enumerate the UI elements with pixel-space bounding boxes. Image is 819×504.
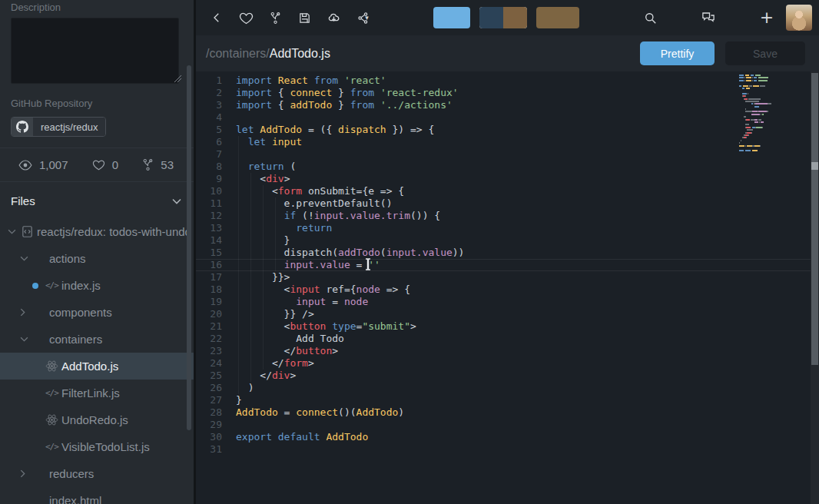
views-stat: 1,007 (18, 158, 68, 171)
code-icon: </> (45, 442, 61, 452)
line-number: 4 (196, 111, 230, 124)
forks-count: 53 (161, 158, 174, 171)
code-line[interactable]: 11 e.preventDefault() (196, 197, 819, 210)
code-line[interactable]: 10 <form onSubmit={e => { (196, 185, 819, 197)
tree-item-containers[interactable]: containers (0, 326, 194, 353)
search-icon[interactable] (635, 6, 665, 29)
line-number: 7 (196, 148, 230, 161)
code-line[interactable]: 24 </form> (196, 357, 819, 370)
tree-item-reducers[interactable]: reducers (0, 460, 194, 487)
code-line[interactable]: 4 (196, 111, 819, 124)
main-area: ▾ + /containers/AddTodo.js Prettify Save… (196, 0, 819, 504)
code-line[interactable]: 17 }}> (196, 271, 819, 284)
line-number: 8 (196, 161, 230, 173)
code-line[interactable]: 31 (196, 443, 819, 456)
code-line[interactable]: 20 }} /> (196, 308, 819, 320)
indent-guide (250, 173, 251, 382)
split-view-button[interactable] (479, 7, 527, 28)
chevron-right-icon[interactable] (20, 308, 33, 317)
breadcrumb-path[interactable]: /containers/ (206, 47, 270, 60)
tree-item-index-html[interactable]: index.html (0, 487, 194, 504)
code-line[interactable]: 14 } (196, 234, 819, 247)
tree-item-components[interactable]: components (0, 299, 194, 326)
code-line[interactable]: 6 let input (196, 136, 819, 148)
code-line[interactable]: 27} (196, 394, 819, 406)
repo-badge[interactable]: reactjs/redux (11, 117, 106, 137)
code-line[interactable]: 15 dispatch(addTodo(input.value)) (196, 247, 819, 259)
tree-item-visibletodolist-js[interactable]: </>VisibleTodoList.js (0, 433, 194, 460)
chevron-down-icon[interactable] (20, 337, 33, 342)
twitter-icon[interactable] (665, 6, 694, 29)
tree-item-index-js[interactable]: </>index.js (0, 272, 194, 299)
line-number: 16 (196, 259, 230, 271)
back-icon[interactable] (202, 6, 231, 29)
fork-icon[interactable] (260, 6, 290, 29)
code-line[interactable]: 13 return (196, 222, 819, 234)
sandbox-icon (21, 225, 37, 238)
editor-scrollbar-thumb[interactable] (811, 73, 818, 365)
avatar[interactable] (786, 5, 812, 31)
line-number: 14 (196, 234, 230, 247)
share-icon[interactable]: ▾ (348, 6, 377, 29)
folder-icon (33, 469, 49, 479)
code-line[interactable]: 1import React from 'react' (196, 75, 819, 87)
line-number: 21 (196, 320, 230, 333)
code-editor[interactable]: 1import React from 'react'2import { conn… (196, 71, 819, 504)
code-line[interactable]: 22 Add Todo (196, 333, 819, 345)
minimap[interactable] (739, 75, 778, 155)
tree-item-actions[interactable]: actions (0, 245, 194, 272)
tree-item-addtodo-js[interactable]: AddTodo.js (0, 353, 194, 380)
chevron-down-icon[interactable] (20, 256, 33, 261)
new-icon[interactable]: + (752, 6, 781, 29)
folder-icon (33, 307, 49, 318)
editor-scrollbar[interactable] (811, 71, 819, 504)
code-line[interactable]: 12 if (!input.value.trim()) { (196, 210, 819, 222)
line-number: 2 (196, 87, 230, 99)
code-line[interactable]: 7 (196, 148, 819, 161)
code-line[interactable]: 18 <input ref={node => { (196, 284, 819, 296)
download-icon[interactable] (319, 6, 348, 29)
code-line[interactable]: 23 </button> (196, 345, 819, 357)
code-line[interactable]: 8 return ( (196, 161, 819, 173)
github-icon[interactable] (723, 6, 752, 29)
code-line[interactable]: 2import { connect } from 'react-redux' (196, 87, 819, 99)
sidebar-scrollbar[interactable] (187, 65, 191, 430)
code-line[interactable]: 29 (196, 419, 819, 431)
tree-item-filterlink-js[interactable]: </>FilterLink.js (0, 380, 194, 406)
chevron-right-icon[interactable] (20, 469, 33, 478)
code-line[interactable]: 3import { addTodo } from '../actions' (196, 99, 819, 111)
tree-item-reactjs-redux-todos-with-undo[interactable]: reactjs/redux: todos-with-undo (0, 218, 194, 245)
save-button[interactable]: Save (725, 41, 805, 65)
prettify-button[interactable]: Prettify (640, 41, 715, 65)
topbar-right-actions: + (635, 6, 781, 29)
code-line[interactable]: 21 <button type="submit"> (196, 320, 819, 333)
code-line[interactable]: 19 input = node (196, 296, 819, 308)
code-text: <button type="submit"> (230, 320, 416, 333)
code-text: <input ref={node => { (230, 284, 410, 296)
code-line[interactable]: 28AddTodo = connect()(AddTodo) (196, 406, 819, 419)
preview-view-button[interactable] (536, 7, 579, 28)
code-line[interactable]: 16 input.value = '' (196, 259, 819, 271)
code-line[interactable]: 30export default AddTodo (196, 431, 819, 443)
chevron-down-icon[interactable] (8, 229, 21, 234)
files-section-header[interactable]: Files (0, 182, 194, 218)
code-text: ) (230, 382, 254, 394)
code-lines[interactable]: 1import React from 'react'2import { conn… (196, 71, 819, 456)
line-number: 12 (196, 210, 230, 222)
sidebar: Description GitHub Repository reactjs/re… (0, 0, 196, 504)
chat-icon[interactable] (694, 6, 723, 29)
chevron-down-icon[interactable] (172, 198, 181, 204)
tree-item-undoredo-js[interactable]: UndoRedo.js (0, 406, 194, 433)
code-line[interactable]: 5let AddTodo = ({ dispatch }) => { (196, 124, 819, 136)
line-number: 17 (196, 271, 230, 284)
code-line[interactable]: 25 </div> (196, 370, 819, 382)
code-text: let input (230, 136, 302, 148)
code-line[interactable]: 9 <div> (196, 173, 819, 185)
save-icon[interactable] (290, 6, 319, 29)
editor-view-button[interactable] (433, 7, 470, 28)
line-number: 28 (196, 406, 230, 419)
resize-handle-icon[interactable] (174, 75, 181, 82)
description-input[interactable] (11, 18, 179, 84)
code-line[interactable]: 26 ) (196, 382, 819, 394)
like-icon[interactable] (231, 6, 260, 29)
